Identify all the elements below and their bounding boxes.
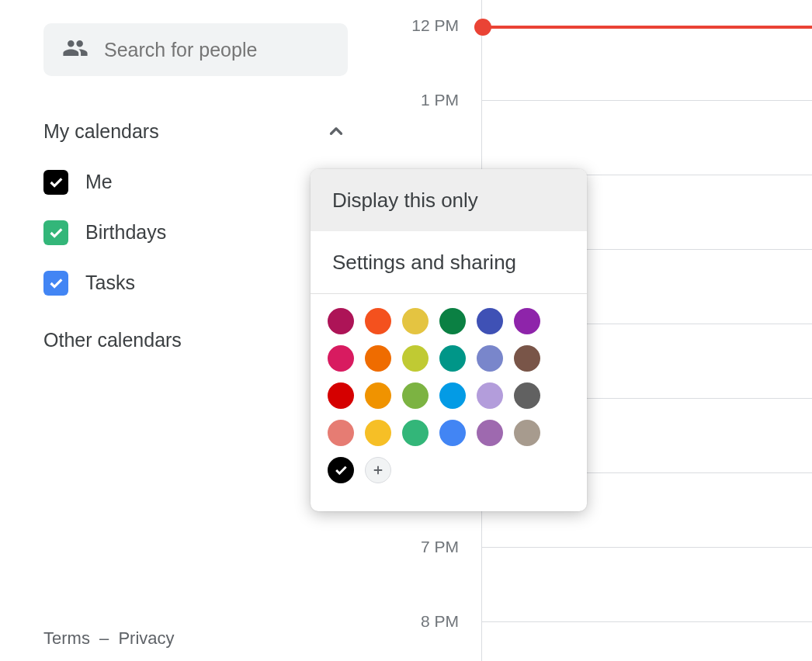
hour-row: 7 PM: [353, 547, 812, 621]
hour-label: 12 PM: [398, 16, 459, 35]
color-swatch[interactable]: [365, 345, 391, 372]
calendar-item[interactable]: Me: [43, 164, 353, 199]
other-calendars-label: Other calendars: [43, 329, 182, 351]
search-input[interactable]: [102, 38, 351, 62]
color-swatch[interactable]: [328, 345, 354, 372]
color-picker: [311, 294, 587, 511]
color-swatch[interactable]: [477, 308, 503, 334]
calendar-checkbox[interactable]: [43, 271, 68, 296]
color-swatch[interactable]: [402, 382, 429, 409]
current-time-line: [481, 26, 812, 29]
hour-line: [481, 621, 812, 622]
color-swatch-selected[interactable]: [328, 457, 354, 483]
settings-and-sharing[interactable]: Settings and sharing: [311, 231, 587, 293]
hour-line: [481, 100, 812, 101]
terms-link[interactable]: Terms: [43, 628, 90, 648]
calendar-checkbox[interactable]: [43, 220, 68, 245]
other-calendars-header[interactable]: Other calendars: [43, 328, 348, 351]
calendar-label: Birthdays: [85, 221, 166, 244]
current-time-dot: [474, 19, 491, 36]
calendar-label: Me: [85, 171, 113, 193]
my-calendars-label: My calendars: [43, 120, 159, 143]
calendar-item[interactable]: Tasks: [43, 265, 353, 300]
hour-row: 12 PM: [353, 26, 812, 100]
color-swatch[interactable]: [439, 345, 466, 372]
color-swatch[interactable]: [402, 345, 429, 372]
privacy-link[interactable]: Privacy: [118, 628, 174, 648]
color-swatch[interactable]: [514, 420, 540, 446]
color-swatch[interactable]: [439, 420, 466, 446]
color-swatch[interactable]: [477, 345, 503, 372]
chevron-up-icon: [324, 119, 348, 143]
color-swatch[interactable]: [402, 308, 429, 334]
color-swatch[interactable]: [328, 308, 354, 334]
color-swatch[interactable]: [439, 382, 466, 409]
hour-row: 1 PM: [353, 100, 812, 175]
my-calendars-header[interactable]: My calendars: [43, 119, 348, 143]
color-swatch[interactable]: [328, 420, 354, 446]
sidebar: My calendars MeBirthdaysTasks Other cale…: [0, 0, 353, 661]
calendar-list: MeBirthdaysTasks: [43, 164, 353, 300]
footer-links: Terms – Privacy: [43, 628, 175, 649]
hour-line: [481, 547, 812, 548]
color-swatch[interactable]: [328, 382, 354, 409]
color-swatch[interactable]: [514, 382, 540, 409]
footer-sep: –: [99, 628, 109, 648]
hour-label: 8 PM: [398, 612, 459, 631]
color-swatch[interactable]: [477, 382, 503, 409]
color-swatch[interactable]: [402, 420, 429, 446]
color-swatch[interactable]: [365, 308, 391, 334]
color-swatch[interactable]: [365, 420, 391, 446]
calendar-item[interactable]: Birthdays: [43, 215, 353, 250]
display-this-only[interactable]: Display this only: [311, 169, 587, 231]
color-swatch[interactable]: [514, 345, 540, 372]
color-swatch[interactable]: [477, 420, 503, 446]
calendar-label: Tasks: [85, 272, 135, 294]
calendar-options-popover: Display this only Settings and sharing: [311, 169, 587, 511]
hour-row: 8 PM: [353, 621, 812, 661]
hour-label: 7 PM: [398, 538, 459, 556]
color-swatch[interactable]: [514, 308, 540, 334]
color-swatch[interactable]: [365, 382, 391, 409]
add-custom-color[interactable]: [365, 457, 391, 483]
search-people[interactable]: [43, 23, 348, 76]
hour-label: 1 PM: [398, 91, 459, 109]
people-icon: [62, 35, 88, 64]
color-swatch[interactable]: [439, 308, 466, 334]
calendar-checkbox[interactable]: [43, 170, 68, 195]
